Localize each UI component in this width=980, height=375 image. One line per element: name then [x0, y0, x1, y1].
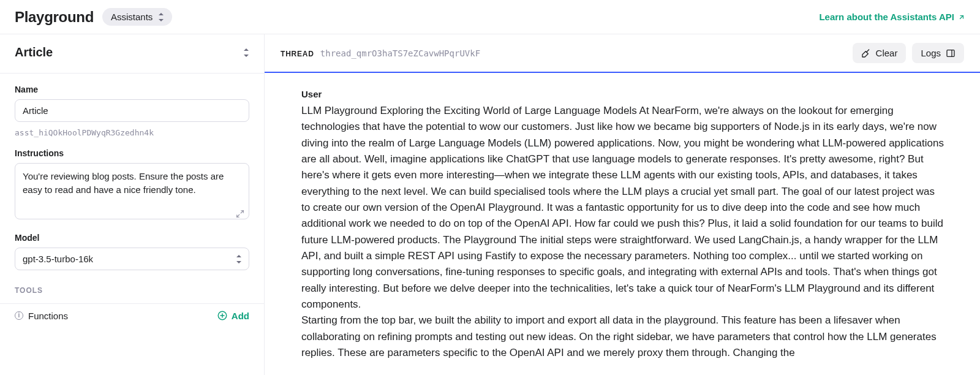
- message-body: LLM Playground Exploring the Exciting Wo…: [301, 103, 946, 362]
- expand-icon[interactable]: [236, 210, 244, 218]
- logs-button[interactable]: Logs: [912, 43, 964, 63]
- logs-label: Logs: [921, 48, 941, 58]
- assistant-sidebar: Article Name asst_hiQOkHoolPDWyqR3Gzedhn…: [0, 34, 265, 375]
- assistant-title: Article: [15, 45, 53, 59]
- topbar: Playground Assistants Learn about the As…: [0, 0, 980, 34]
- tool-row-functions: i Functions Add: [0, 303, 264, 328]
- plus-circle-icon: [217, 310, 228, 321]
- clear-button[interactable]: Clear: [853, 43, 907, 63]
- broom-icon: [861, 48, 871, 58]
- thread-bar: THREAD thread_qmrO3haTS7eZCavwHPqrUVkF C…: [265, 34, 980, 73]
- instructions-textarea[interactable]: [15, 163, 249, 219]
- learn-assistants-link[interactable]: Learn about the Assistants API: [819, 12, 965, 22]
- assistant-picker[interactable]: Article: [0, 34, 264, 74]
- model-section: Model: [0, 222, 264, 270]
- mode-selector[interactable]: Assistants: [102, 8, 172, 26]
- clear-label: Clear: [876, 48, 898, 58]
- info-icon[interactable]: i: [15, 311, 23, 320]
- updown-chevron-icon: [243, 48, 249, 57]
- brand-title: Playground: [15, 9, 94, 26]
- thread-panel: THREAD thread_qmrO3haTS7eZCavwHPqrUVkF C…: [265, 34, 980, 375]
- topbar-left: Playground Assistants: [15, 8, 172, 26]
- thread-messages[interactable]: User LLM Playground Exploring the Exciti…: [265, 73, 980, 375]
- thread-id-group: THREAD thread_qmrO3haTS7eZCavwHPqrUVkF: [281, 48, 480, 58]
- tool-functions-label-group: i Functions: [15, 311, 68, 321]
- instructions-label: Instructions: [15, 148, 249, 158]
- assistant-id: asst_hiQOkHoolPDWyqR3Gzedhn4k: [15, 128, 249, 137]
- message: User LLM Playground Exploring the Exciti…: [301, 89, 946, 362]
- updown-chevron-icon: [157, 13, 164, 21]
- name-label: Name: [15, 85, 249, 94]
- name-section: Name asst_hiQOkHoolPDWyqR3Gzedhn4k: [0, 74, 264, 137]
- body: Article Name asst_hiQOkHoolPDWyqR3Gzedhn…: [0, 34, 980, 375]
- message-role: User: [301, 89, 946, 99]
- model-label: Model: [15, 233, 249, 243]
- instructions-section: Instructions: [0, 137, 264, 222]
- tool-functions-label: Functions: [28, 311, 68, 321]
- add-function-label: Add: [232, 311, 249, 321]
- model-select[interactable]: [15, 248, 249, 270]
- learn-assistants-label: Learn about the Assistants API: [819, 12, 954, 22]
- thread-actions: Clear Logs: [853, 43, 964, 63]
- name-input[interactable]: [15, 99, 249, 122]
- external-link-icon: [958, 13, 965, 21]
- panel-right-icon: [946, 48, 956, 58]
- tools-section-header: TOOLS: [0, 270, 264, 303]
- add-function-button[interactable]: Add: [217, 310, 249, 321]
- thread-label: THREAD: [281, 50, 314, 58]
- svg-rect-1: [947, 50, 954, 56]
- mode-selector-label: Assistants: [111, 12, 153, 22]
- thread-id: thread_qmrO3haTS7eZCavwHPqrUVkF: [320, 48, 480, 58]
